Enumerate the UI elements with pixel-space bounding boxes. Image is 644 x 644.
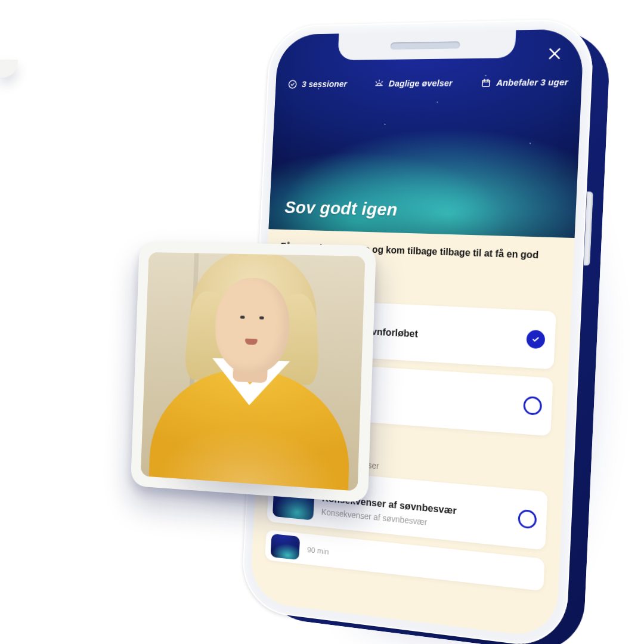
video-thumbnail: [141, 252, 366, 491]
calendar-icon: [481, 78, 492, 88]
person-illustration: [141, 252, 366, 491]
meta-sessions: 3 sessioner: [287, 79, 347, 89]
svg-rect-1: [482, 80, 490, 86]
sunrise-icon: [374, 78, 385, 89]
meta-recommend: Anbefaler 3 uger: [481, 77, 568, 88]
status-pending: [523, 396, 542, 416]
phone-notch: [338, 30, 516, 60]
stray-fragment: [0, 60, 18, 78]
check-icon: [531, 335, 541, 345]
meta-daily: Daglige øvelser: [374, 78, 453, 89]
check-circle-icon: [287, 79, 298, 89]
meta-sessions-label: 3 sessioner: [302, 79, 348, 89]
status-done: [526, 330, 545, 349]
hero: 3 sessioner Daglige øvelser Anbefaler 3 …: [268, 29, 584, 238]
meta-daily-label: Daglige øvelser: [389, 78, 453, 88]
floating-video-card[interactable]: [131, 242, 376, 503]
phone-speaker: [391, 41, 460, 49]
page-title: Sov godt igen: [284, 197, 398, 220]
status-pending: [518, 509, 537, 530]
hero-meta-row: 3 sessioner Daglige øvelser Anbefaler 3 …: [287, 77, 568, 89]
close-icon: [546, 46, 563, 62]
close-button[interactable]: [542, 41, 568, 66]
meta-recommend-label: Anbefaler 3 uger: [496, 78, 568, 88]
